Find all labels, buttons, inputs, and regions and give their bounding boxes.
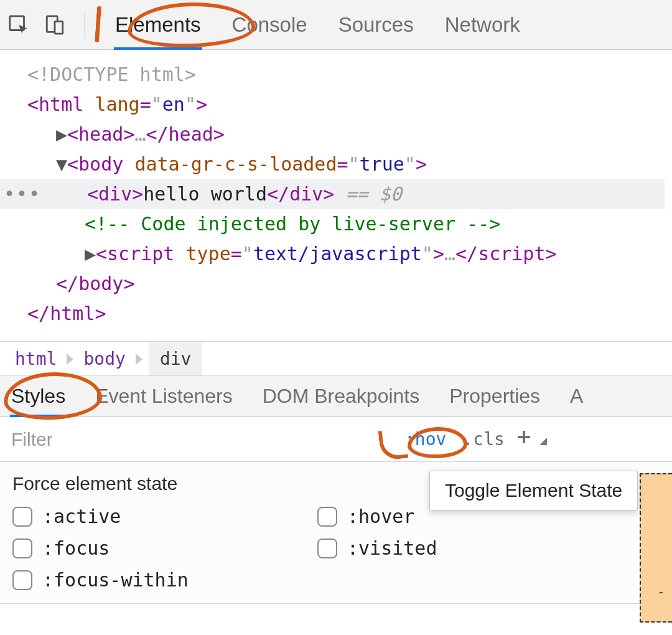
- force-focus[interactable]: :focus: [12, 537, 317, 559]
- annotation-mark: [96, 6, 101, 42]
- crumb-div[interactable]: div: [149, 342, 203, 375]
- selected-node-row[interactable]: ••• <div>hello world</div> == $0: [0, 179, 665, 209]
- tab-dom-breakpoints[interactable]: DOM Breakpoints: [263, 376, 420, 416]
- checkbox-icon[interactable]: [12, 570, 32, 590]
- html-open[interactable]: <html lang="en">: [27, 90, 665, 120]
- force-visited-label: :visited: [347, 537, 437, 559]
- toolbar-divider: [85, 11, 85, 39]
- tab-properties[interactable]: Properties: [449, 376, 540, 416]
- styles-filter-input[interactable]: [0, 417, 398, 461]
- styles-filter-row: :hov .cls: [0, 417, 672, 462]
- crumb-html[interactable]: html: [11, 346, 60, 372]
- more-icon[interactable]: •••: [4, 179, 41, 209]
- force-active[interactable]: :active: [12, 506, 317, 527]
- comment-node[interactable]: <!-- Code injected by live-server -->: [85, 209, 665, 239]
- body-open[interactable]: ▼<body data-gr-c-s-loaded="true">: [56, 149, 665, 179]
- box-model-preview: -: [640, 473, 672, 623]
- doctype-line[interactable]: <!DOCTYPE html>: [27, 60, 665, 90]
- script-node[interactable]: ▶<script type="text/javascript">…</scrip…: [85, 239, 665, 269]
- tab-styles[interactable]: Styles: [11, 376, 65, 416]
- device-toggle-icon[interactable]: [42, 12, 67, 37]
- styles-sub-tabs: Styles Event Listeners DOM Breakpoints P…: [0, 376, 672, 417]
- html-close[interactable]: </html>: [27, 299, 665, 329]
- head-node[interactable]: ▶<head>…</head>: [56, 120, 665, 149]
- force-visited[interactable]: :visited: [317, 537, 622, 559]
- crumb-body[interactable]: body: [80, 346, 129, 372]
- new-style-rule-button[interactable]: [515, 428, 533, 451]
- force-hover-label: :hover: [347, 506, 414, 527]
- checkbox-icon[interactable]: [12, 507, 32, 527]
- chevron-right-icon: [67, 354, 73, 365]
- tooltip-toggle-element-state: Toggle Element State: [429, 471, 638, 510]
- more-menu-icon[interactable]: [536, 434, 547, 445]
- main-tabs: Elements Console Sources Network: [115, 0, 520, 49]
- select-element-icon[interactable]: [6, 12, 31, 37]
- breadcrumb: html body div: [0, 341, 672, 376]
- chevron-right-icon: [136, 354, 142, 365]
- checkbox-icon[interactable]: [12, 539, 32, 558]
- force-focus-label: :focus: [42, 537, 110, 559]
- dom-tree[interactable]: <!DOCTYPE html> <html lang="en"> ▶<head>…: [0, 50, 672, 341]
- tab-sources[interactable]: Sources: [338, 0, 414, 49]
- force-focus-within-label: :focus-within: [42, 569, 189, 591]
- force-active-label: :active: [42, 506, 121, 527]
- tab-network[interactable]: Network: [445, 0, 520, 49]
- tab-elements[interactable]: Elements: [115, 0, 201, 49]
- force-focus-within[interactable]: :focus-within: [12, 569, 317, 591]
- body-close[interactable]: </body>: [56, 269, 665, 299]
- tab-event-listeners[interactable]: Event Listeners: [95, 376, 233, 416]
- checkbox-icon[interactable]: [317, 539, 337, 558]
- checkbox-icon[interactable]: [317, 507, 337, 527]
- tab-console[interactable]: Console: [232, 0, 307, 49]
- cls-toggle[interactable]: .cls: [452, 429, 514, 449]
- tab-accessibility[interactable]: A: [570, 376, 583, 416]
- svg-rect-2: [55, 21, 63, 34]
